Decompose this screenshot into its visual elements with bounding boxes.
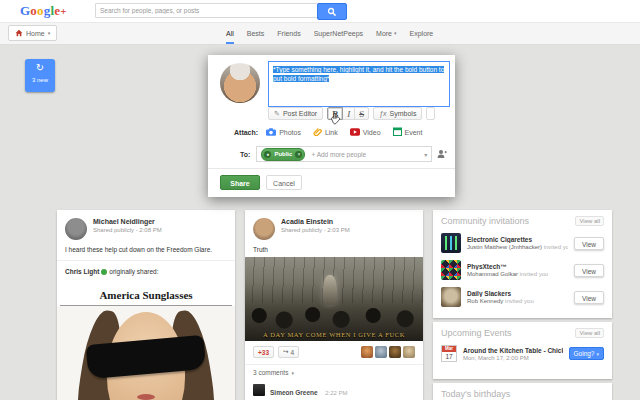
- composer-text-area[interactable]: *Type something here, highlight it, and …: [268, 61, 450, 107]
- strikethrough-button[interactable]: S: [354, 107, 369, 120]
- post-card: Michael Neidlinger Shared publicly - 2:0…: [57, 210, 235, 400]
- view-button[interactable]: View: [574, 291, 604, 304]
- home-label: Home: [26, 30, 45, 37]
- reshare-button[interactable]: ↪ 4: [278, 346, 299, 358]
- avatar[interactable]: [253, 218, 275, 240]
- calendar-date-icon[interactable]: Mar 17: [441, 345, 457, 362]
- chevron-down-icon: ▾: [48, 30, 51, 36]
- composer-footer: Share Cancel: [208, 168, 455, 197]
- decorative-shape: [137, 394, 155, 400]
- reshare-author[interactable]: Chris Light: [65, 268, 99, 275]
- audience-box[interactable]: ● Public × ▾: [256, 146, 432, 162]
- post-image-meme[interactable]: A DAY MAY COME WHEN I GIVE A FUCK: [245, 257, 423, 341]
- inviter-name[interactable]: Rob Kennedy: [467, 298, 503, 304]
- decorative-shape: [323, 275, 337, 305]
- refresh-icon: ↻: [25, 59, 55, 76]
- stream-tabs: All Bests Friends SuperNetPeeps More▾ Ex…: [226, 22, 433, 44]
- new-posts-button[interactable]: ↻ 3 new: [25, 59, 55, 92]
- inviter-name[interactable]: Justin Matthew (Jmhhacker): [467, 244, 542, 250]
- google-plus-logo[interactable]: Google+: [20, 3, 67, 19]
- mouse-cursor: [331, 112, 341, 130]
- avatar[interactable]: [375, 346, 387, 358]
- search-button[interactable]: [317, 3, 347, 20]
- tab-all[interactable]: All: [226, 22, 234, 44]
- cancel-button[interactable]: Cancel: [266, 175, 302, 190]
- view-all-link[interactable]: View all: [575, 328, 604, 338]
- add-people-input[interactable]: [309, 150, 420, 159]
- event-time: Mon, March 17, 2:00 PM: [463, 355, 563, 361]
- community-name[interactable]: Daily Slackers: [467, 290, 534, 297]
- nav-bar: Home ▾ All Bests Friends SuperNetPeeps M…: [0, 22, 640, 45]
- remove-audience-icon[interactable]: ×: [295, 151, 302, 158]
- tab-more[interactable]: More▾: [376, 22, 396, 44]
- list-item: PhysXtech™ Mohammad Golkar invited you V…: [433, 256, 612, 283]
- calendar-icon: [393, 127, 402, 137]
- video-icon: [350, 128, 360, 137]
- audience-chip-public[interactable]: ● Public ×: [261, 148, 305, 161]
- post-text: I heard these help cut down on the Freed…: [57, 243, 235, 257]
- plus-oner-avatars: [361, 346, 415, 358]
- camera-icon: [266, 128, 276, 137]
- comments-expander[interactable]: 3 comments ▾: [245, 364, 423, 378]
- attach-label: Attach:: [234, 129, 258, 136]
- post-header: Michael Neidlinger Shared publicly - 2:0…: [57, 210, 235, 243]
- post-composer-dialog: *Type something here, highlight it, and …: [208, 55, 455, 197]
- post-action-bar: +33 ↪ 4: [245, 341, 423, 362]
- community-name[interactable]: PhysXtech™: [467, 263, 548, 270]
- post-editor-button[interactable]: ✎ Post Editor: [268, 107, 323, 120]
- avatar[interactable]: [253, 384, 265, 396]
- plus-one-button[interactable]: +33: [253, 346, 274, 358]
- share-button[interactable]: Share: [220, 175, 260, 190]
- going-button[interactable]: Going? ▾: [569, 347, 604, 360]
- reshare-badge-icon: [101, 269, 107, 275]
- attach-video-button[interactable]: Video: [350, 128, 381, 137]
- tab-friends[interactable]: Friends: [277, 22, 300, 44]
- community-invitations-card: Community invitations View all Electroni…: [433, 210, 612, 318]
- avatar[interactable]: [361, 346, 373, 358]
- chevron-down-icon: ▾: [394, 30, 397, 36]
- reshare-attribution: Chris Light originally shared:: [57, 264, 235, 277]
- list-item: Mar 17 Around the Kitchen Table - Chicke…: [433, 341, 612, 365]
- pencil-icon: ✎: [274, 110, 280, 118]
- inviter-name[interactable]: Mohammad Golkar: [467, 271, 518, 277]
- home-icon: [15, 29, 23, 38]
- to-label: To:: [240, 151, 250, 158]
- attach-event-button[interactable]: Event: [393, 127, 423, 137]
- section-title: Upcoming Events: [441, 328, 512, 338]
- home-menu-button[interactable]: Home ▾: [8, 25, 57, 41]
- section-title: Today's birthdays: [441, 389, 510, 399]
- composer-user-avatar[interactable]: [220, 63, 260, 103]
- birthdays-card: Today's birthdays: [433, 383, 612, 400]
- post-author[interactable]: Acadia Einstein: [281, 218, 350, 225]
- chevron-down-icon: ▾: [291, 370, 294, 376]
- post-card: Acadia Einstein Shared publicly - 2:03 P…: [245, 210, 423, 400]
- tab-supernetpeeps[interactable]: SuperNetPeeps: [314, 22, 363, 44]
- view-all-link[interactable]: View all: [575, 216, 604, 226]
- post-meta: Shared publicly - 2:08 PM: [93, 227, 162, 233]
- search-input[interactable]: [95, 3, 319, 18]
- symbols-button[interactable]: ƒx Symbols: [373, 107, 422, 120]
- globe-icon: ●: [264, 151, 271, 158]
- divider: [57, 260, 235, 261]
- tab-bests[interactable]: Bests: [247, 22, 265, 44]
- community-name[interactable]: Electronic Cigarettes: [467, 236, 568, 243]
- avatar[interactable]: [65, 218, 87, 240]
- chevron-down-icon[interactable]: ▾: [424, 151, 427, 158]
- avatar[interactable]: [403, 346, 415, 358]
- composer-format-toolbar: ✎ Post Editor B I S ƒx Symbols: [268, 107, 435, 120]
- add-person-icon[interactable]: [437, 145, 447, 163]
- community-icon[interactable]: [441, 260, 461, 280]
- more-formatting-button[interactable]: [426, 107, 435, 120]
- tab-explore[interactable]: Explore: [410, 22, 434, 44]
- avatar[interactable]: [389, 346, 401, 358]
- view-button[interactable]: View: [574, 264, 604, 277]
- event-name[interactable]: Around the Kitchen Table - Chicken Mars: [463, 347, 563, 354]
- post-author[interactable]: Michael Neidlinger: [93, 218, 162, 225]
- view-button[interactable]: View: [574, 237, 604, 250]
- embed-link-title[interactable]: America Sunglasses: [60, 277, 232, 306]
- attach-photos-button[interactable]: Photos: [266, 128, 301, 137]
- comment-author[interactable]: Simeon Greene: [270, 389, 318, 396]
- community-icon[interactable]: [441, 287, 461, 307]
- community-icon[interactable]: [441, 233, 461, 253]
- post-image-sunglasses[interactable]: [57, 306, 235, 400]
